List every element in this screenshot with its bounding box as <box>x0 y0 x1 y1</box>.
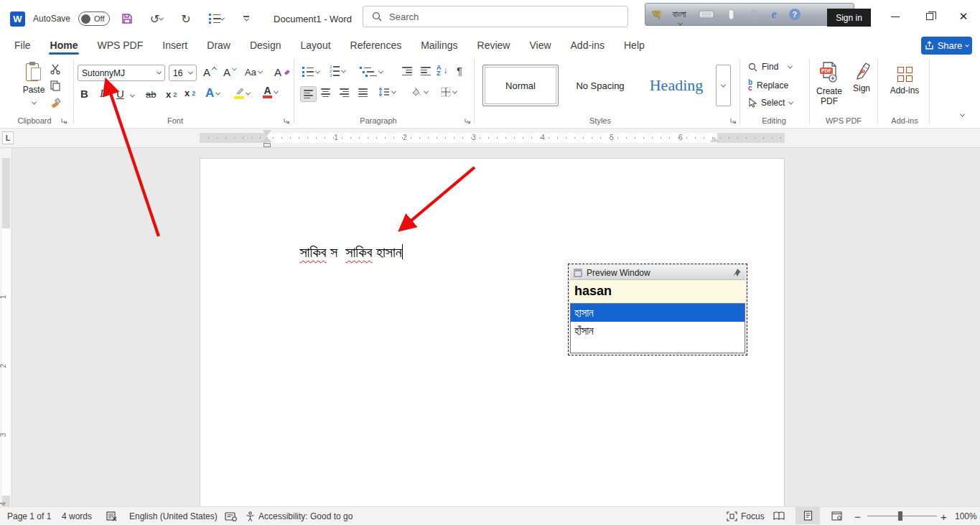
shrink-font-button[interactable]: A <box>223 66 236 78</box>
misspelled-word[interactable]: সাকিব <box>299 244 326 260</box>
underline-button[interactable]: U <box>116 88 124 100</box>
highlight-color-button[interactable] <box>234 88 250 99</box>
web-layout-button[interactable] <box>824 507 849 524</box>
read-mode-button[interactable] <box>767 507 791 524</box>
keyboard-icon[interactable] <box>699 10 714 19</box>
borders-button[interactable] <box>441 87 457 97</box>
undo-button[interactable]: ↺ <box>144 9 169 28</box>
text-predictions-button[interactable] <box>225 507 237 525</box>
left-indent-marker[interactable] <box>263 143 271 147</box>
collapse-ribbon-chevron[interactable] <box>960 112 965 117</box>
change-case-button[interactable]: Aa <box>245 67 262 78</box>
bullets-quick-button[interactable] <box>203 9 229 28</box>
font-dialog-launcher[interactable] <box>283 117 290 124</box>
zoom-out-button[interactable]: − <box>854 507 861 525</box>
style-normal[interactable]: Normal <box>482 65 559 106</box>
document-text[interactable]: সাকিব স সাকিব হাসান <box>268 228 403 277</box>
font-color-button[interactable]: A <box>263 86 278 98</box>
tab-selector[interactable]: L <box>2 131 14 144</box>
font-name-combo[interactable]: SutonnyMJ <box>78 65 165 81</box>
styles-dialog-launcher[interactable] <box>729 117 737 124</box>
tab-references[interactable]: References <box>350 34 402 56</box>
italic-button[interactable]: I <box>100 88 103 100</box>
tab-insert[interactable]: Insert <box>162 34 187 56</box>
font-size-combo[interactable]: 16 <box>169 65 197 81</box>
hanging-indent-marker[interactable] <box>263 137 271 142</box>
text-effects-button[interactable]: A <box>205 86 220 101</box>
tab-add-ins[interactable]: Add-ins <box>571 34 605 56</box>
word[interactable]: স <box>327 244 346 260</box>
tab-review[interactable]: Review <box>477 34 510 56</box>
show-hide-pilcrow-button[interactable]: ¶ <box>457 65 462 77</box>
autosave-toggle[interactable]: Off <box>78 11 110 26</box>
proofing-status-button[interactable] <box>106 507 118 525</box>
paragraph-dialog-launcher[interactable] <box>464 117 471 124</box>
tab-help[interactable]: Help <box>624 34 645 56</box>
styles-gallery-more-button[interactable] <box>716 65 731 106</box>
mouse-input-icon[interactable] <box>727 9 736 20</box>
create-pdf-button[interactable]: PDF Create PDF <box>813 62 846 106</box>
superscript-button[interactable]: x2 <box>185 88 195 98</box>
suggestion-item[interactable]: হাঁসান <box>571 322 745 340</box>
increase-indent-button[interactable] <box>421 67 431 75</box>
strikethrough-button[interactable]: ab <box>146 89 156 100</box>
zoom-in-button[interactable]: + <box>941 507 947 525</box>
print-layout-button[interactable] <box>795 507 820 524</box>
tab-file[interactable]: File <box>14 34 31 56</box>
align-center-button[interactable] <box>321 88 330 97</box>
tab-layout[interactable]: Layout <box>301 34 331 56</box>
pin-icon[interactable] <box>732 268 742 277</box>
tab-mailings[interactable]: Mailings <box>421 34 457 56</box>
word-count[interactable]: 4 words <box>62 507 92 525</box>
word[interactable]: হাসান <box>372 244 401 260</box>
clipboard-dialog-launcher[interactable] <box>60 117 67 124</box>
bullets-button[interactable] <box>302 67 319 77</box>
align-right-button[interactable] <box>340 88 349 97</box>
multilevel-list-button[interactable] <box>360 67 383 77</box>
sign-in-button[interactable]: Sign in <box>827 9 871 27</box>
cut-button[interactable] <box>50 64 60 75</box>
help-icon[interactable]: ? <box>789 9 801 20</box>
zoom-level[interactable]: 100% <box>955 507 977 525</box>
save-button[interactable] <box>118 9 136 28</box>
numbering-button[interactable]: 1 2 3 <box>330 65 345 77</box>
tab-view[interactable]: View <box>529 34 551 56</box>
copy-button[interactable] <box>50 80 60 91</box>
accessibility-status[interactable]: Accessibility: Good to go <box>246 507 353 525</box>
format-painter-button[interactable] <box>50 97 61 108</box>
tab-design[interactable]: Design <box>250 34 281 56</box>
subscript-button[interactable]: x2 <box>166 89 177 100</box>
avro-language-selector[interactable]: বাংলা <box>673 9 686 19</box>
misspelled-word[interactable]: সাকিব <box>345 244 372 260</box>
restore-button[interactable] <box>913 6 946 27</box>
align-left-button[interactable] <box>300 86 317 102</box>
justify-button[interactable] <box>358 88 368 97</box>
style-no-spacing[interactable]: No Spacing <box>564 65 636 106</box>
find-button[interactable]: Find <box>748 62 792 72</box>
select-button[interactable]: Select <box>748 98 793 108</box>
focus-mode-button[interactable]: Focus <box>727 507 765 525</box>
grow-font-button[interactable]: A <box>203 66 216 78</box>
minimize-button[interactable]: — <box>879 6 912 27</box>
zoom-slider-thumb[interactable] <box>898 511 902 521</box>
suggestion-item-selected[interactable]: হাসান <box>571 304 745 322</box>
decrease-indent-button[interactable] <box>402 67 412 75</box>
right-indent-marker[interactable] <box>710 137 719 142</box>
redo-button[interactable]: ↻ <box>177 9 195 28</box>
tab-wps-pdf[interactable]: WPS PDF <box>97 34 143 56</box>
document-page[interactable]: সাকিব স সাকিব হাসান Preview Window hasan… <box>200 158 785 506</box>
share-button[interactable]: Share <box>921 37 972 55</box>
shading-button[interactable] <box>411 87 428 97</box>
tab-home[interactable]: Home <box>50 34 78 56</box>
first-line-indent-marker[interactable] <box>263 130 271 135</box>
gear-icon[interactable] <box>748 9 760 20</box>
close-button[interactable]: ✕ <box>947 6 980 27</box>
internet-explorer-icon[interactable]: e <box>772 8 777 21</box>
line-spacing-button[interactable] <box>378 87 396 97</box>
sort-button[interactable]: AZ ↓ <box>437 65 448 76</box>
customize-quick-access-button[interactable] <box>237 9 256 28</box>
page-indicator[interactable]: Page 1 of 1 <box>7 507 51 525</box>
bold-button[interactable]: B <box>80 88 88 100</box>
preview-window-titlebar[interactable]: Preview Window <box>570 266 745 280</box>
paste-button[interactable]: Paste <box>17 62 50 108</box>
